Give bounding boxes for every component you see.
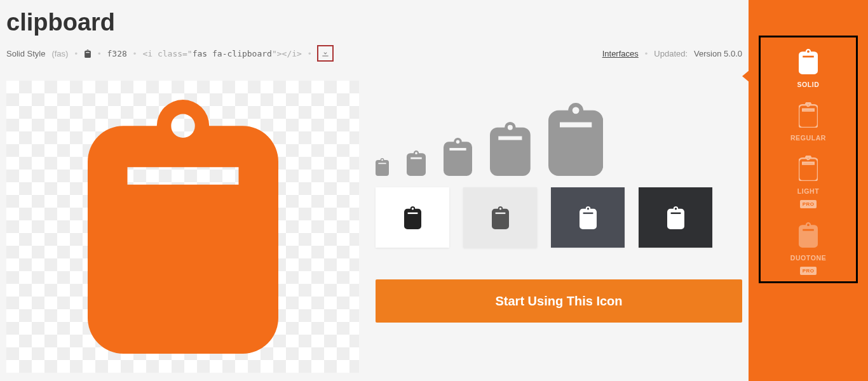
size-sample[interactable] [444, 138, 472, 178]
size-sample[interactable] [376, 158, 389, 178]
color-swatch[interactable] [551, 187, 625, 248]
style-label: DUOTONE [790, 254, 827, 262]
style-label: SOLID [797, 81, 819, 88]
icon-meta-row: Solid Style (fas) • • f328 • <i class="f… [6, 45, 742, 62]
separator-dot: • [74, 49, 78, 58]
code-snippet[interactable]: <i class="fas fa-clipboard"></i> [142, 49, 301, 58]
style-prefix: (fas) [51, 49, 68, 58]
clipboard-icon [799, 156, 818, 184]
page-title: clipboard [6, 9, 742, 36]
size-sample[interactable] [548, 103, 603, 178]
style-option-regular[interactable]: REGULAR [790, 102, 826, 142]
color-swatch[interactable] [639, 187, 712, 248]
clipboard-icon [799, 222, 818, 250]
download-svg-button[interactable] [317, 45, 334, 62]
code-close: "></i> [272, 49, 302, 58]
color-swatch-row [376, 187, 742, 248]
clipboard-icon [88, 100, 278, 354]
size-sample-row [376, 81, 742, 187]
pro-badge: PRO [800, 200, 817, 208]
code-open: <i class=" [142, 49, 192, 58]
style-label: REGULAR [790, 134, 826, 142]
clipboard-icon [799, 102, 818, 130]
separator-dot: • [98, 49, 101, 58]
unicode-value: f328 [107, 49, 127, 58]
style-option-solid[interactable]: SOLID [797, 49, 819, 88]
start-using-button[interactable]: Start Using This Icon [376, 279, 742, 323]
separator-dot: • [133, 49, 137, 58]
style-name: Solid Style [6, 49, 45, 58]
pro-badge: PRO [800, 267, 817, 275]
clipboard-icon [799, 49, 818, 77]
style-label: LIGHT [797, 187, 820, 195]
style-option-duotone[interactable]: DUOTONEPRO [790, 222, 827, 275]
color-swatch[interactable] [376, 187, 449, 248]
separator-dot: • [645, 49, 648, 58]
code-classes: fas fa-clipboard [193, 49, 272, 58]
sidebar-notch-icon [742, 70, 750, 83]
clipboard-icon [84, 49, 92, 58]
download-icon [321, 49, 330, 58]
size-sample[interactable] [490, 122, 531, 178]
icon-preview-canvas [6, 81, 359, 373]
size-sample[interactable] [407, 150, 426, 178]
style-option-light[interactable]: LIGHTPRO [797, 156, 820, 208]
version-text: Version 5.0.0 [694, 49, 742, 58]
style-sidebar: SOLIDREGULARLIGHTPRODUOTONEPRO [749, 0, 868, 381]
color-swatch[interactable] [463, 187, 537, 248]
separator-dot: • [308, 49, 311, 58]
interfaces-link[interactable]: Interfaces [602, 49, 639, 58]
updated-label: Updated: [654, 49, 688, 58]
